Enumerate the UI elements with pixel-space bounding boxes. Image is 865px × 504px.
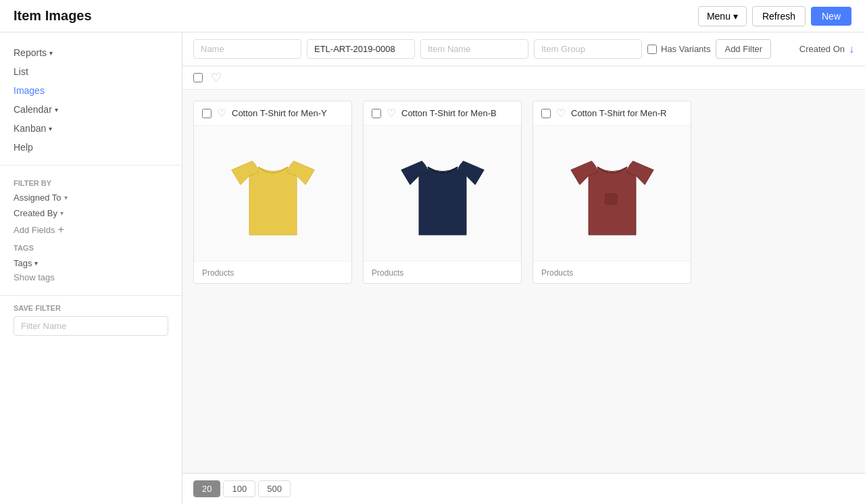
svg-rect-0	[605, 193, 617, 204]
filter-bar: Has Variants Add Filter Created On ↓	[182, 32, 865, 66]
tags-section-label: TAGS	[14, 244, 168, 252]
grid-area: ♡ Cotton T-Shirt for Men-Y	[182, 90, 865, 473]
card-title: Cotton T-Shirt for Men-Y	[232, 108, 343, 118]
card-select-checkbox[interactable]	[202, 109, 212, 118]
calendar-caret-icon: ▾	[55, 106, 58, 114]
tags-section: TAGS Tags ▾ Show tags	[0, 238, 182, 290]
card-image-area	[194, 126, 351, 261]
new-button[interactable]: New	[811, 7, 851, 26]
created-by-label: Created By	[14, 208, 57, 218]
card-footer: Products	[194, 261, 351, 283]
card-header: ♡ Cotton T-Shirt for Men-R	[533, 101, 691, 126]
tshirt-image-red	[551, 134, 673, 253]
name-filter-input[interactable]	[193, 39, 301, 59]
assigned-to-label: Assigned To	[14, 193, 61, 203]
card-category: Products	[541, 268, 573, 278]
sidebar-item-kanban[interactable]: Kanban ▾	[0, 119, 182, 138]
item-card: ♡ Cotton T-Shirt for Men-Y	[193, 101, 352, 284]
sidebar-item-images[interactable]: Images	[0, 81, 182, 100]
item-code-filter-input[interactable]	[307, 39, 415, 59]
add-filter-button[interactable]: Add Filter	[716, 39, 771, 59]
sort-button[interactable]: ↓	[849, 43, 854, 55]
save-filter-section: SAVE FILTER	[0, 295, 182, 344]
toolbar-row: ♡	[182, 66, 865, 90]
menu-caret-icon: ▾	[733, 11, 738, 22]
card-footer: Products	[364, 261, 521, 283]
sidebar-item-reports[interactable]: Reports ▾	[0, 43, 182, 62]
tags-item[interactable]: Tags ▾	[14, 256, 168, 270]
add-fields-button[interactable]: Add Fields +	[0, 221, 182, 238]
card-select-checkbox[interactable]	[372, 109, 381, 118]
menu-button[interactable]: Menu ▾	[698, 6, 747, 26]
card-header: ♡ Cotton T-Shirt for Men-B	[364, 101, 521, 126]
tshirt-image-yellow	[212, 134, 334, 253]
tags-caret-icon: ▾	[34, 259, 38, 267]
kanban-caret-icon: ▾	[49, 125, 52, 132]
card-select-checkbox[interactable]	[541, 109, 551, 118]
filter-created-by[interactable]: Created By ▾	[0, 205, 182, 221]
page-size-20[interactable]: 20	[193, 480, 220, 497]
sidebar-item-label: Kanban	[14, 123, 46, 134]
items-grid: ♡ Cotton T-Shirt for Men-Y	[193, 101, 854, 284]
has-variants-checkbox[interactable]	[647, 45, 657, 54]
item-group-filter-input[interactable]	[534, 39, 642, 59]
show-tags-button[interactable]: Show tags	[14, 270, 168, 284]
sidebar-item-label: Help	[14, 142, 33, 153]
card-title: Cotton T-Shirt for Men-B	[401, 108, 513, 118]
tshirt-image-navy	[382, 134, 503, 253]
sidebar: Reports ▾ List Images Calendar ▾ Kanban …	[0, 32, 182, 504]
page-size-500[interactable]: 500	[258, 480, 291, 497]
sort-desc-icon: ↓	[849, 43, 854, 55]
page-title: Item Images	[14, 8, 92, 24]
sidebar-item-help[interactable]: Help	[0, 138, 182, 157]
card-heart-icon[interactable]: ♡	[556, 107, 566, 120]
add-icon: +	[57, 224, 64, 236]
sort-label: Created On	[799, 44, 845, 54]
card-heart-icon[interactable]: ♡	[387, 107, 396, 120]
page-size-100[interactable]: 100	[223, 480, 255, 497]
item-card: ♡ Cotton T-Shirt for Men-B	[363, 101, 522, 284]
filter-assigned-to[interactable]: Assigned To ▾	[0, 190, 182, 205]
refresh-button[interactable]: Refresh	[752, 6, 806, 26]
menu-label: Menu	[707, 11, 731, 22]
has-variants-filter[interactable]: Has Variants	[647, 44, 710, 54]
header-actions: Menu ▾ Refresh New	[698, 6, 851, 26]
sidebar-item-label: List	[14, 66, 28, 77]
add-fields-label: Add Fields	[14, 225, 55, 235]
created-by-caret-icon: ▾	[60, 209, 64, 217]
top-header: Item Images Menu ▾ Refresh New	[0, 0, 865, 32]
card-heart-icon[interactable]: ♡	[217, 107, 226, 120]
card-category: Products	[372, 268, 403, 278]
card-title: Cotton T-Shirt for Men-R	[571, 108, 683, 118]
tags-item-label: Tags	[14, 258, 32, 268]
card-header: ♡ Cotton T-Shirt for Men-Y	[194, 101, 351, 126]
pagination: 20 100 500	[182, 473, 865, 504]
sidebar-item-label: Images	[14, 85, 45, 96]
main-layout: Reports ▾ List Images Calendar ▾ Kanban …	[0, 32, 865, 504]
card-footer: Products	[533, 261, 691, 283]
toolbar-heart-icon[interactable]: ♡	[211, 70, 222, 85]
item-name-filter-input[interactable]	[420, 39, 528, 59]
card-image-area	[364, 126, 521, 261]
save-filter-input[interactable]	[14, 316, 168, 336]
item-card: ♡ Cotton T-Shirt for Men-R	[533, 101, 691, 284]
filter-by-label: FILTER BY	[0, 174, 182, 190]
assigned-to-caret-icon: ▾	[64, 194, 68, 201]
sidebar-nav: Reports ▾ List Images Calendar ▾ Kanban …	[0, 43, 182, 166]
card-category: Products	[202, 268, 234, 278]
card-image-area	[533, 126, 691, 261]
sidebar-item-list[interactable]: List	[0, 62, 182, 81]
sidebar-item-label: Calendar	[14, 104, 52, 115]
save-filter-label: SAVE FILTER	[14, 304, 168, 312]
select-all-checkbox[interactable]	[193, 73, 203, 82]
reports-caret-icon: ▾	[49, 49, 53, 57]
sidebar-item-label: Reports	[14, 47, 47, 58]
has-variants-label: Has Variants	[661, 44, 710, 54]
sidebar-item-calendar[interactable]: Calendar ▾	[0, 100, 182, 119]
sort-control: Created On ↓	[799, 43, 854, 55]
main-content: Has Variants Add Filter Created On ↓ ♡	[182, 32, 865, 504]
